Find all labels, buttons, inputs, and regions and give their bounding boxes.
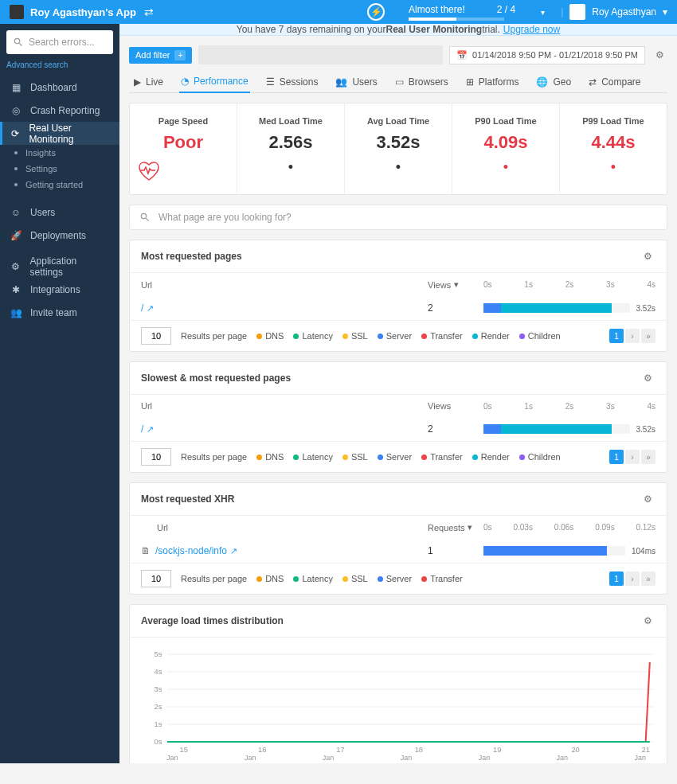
nav-integrations[interactable]: ✱Integrations <box>0 278 119 301</box>
chevron-down-icon: ▾ <box>663 6 667 18</box>
topbar: Roy Agasthyan's App ⇄ ⚡ Almost there! 2 … <box>0 0 677 24</box>
nav-invite-team[interactable]: 👥Invite team <box>0 301 119 324</box>
panel-gear-button[interactable]: ⚙ <box>640 248 655 264</box>
upgrade-link[interactable]: Upgrade now <box>503 24 560 35</box>
results-per-page-input[interactable] <box>141 448 171 466</box>
last-page-button[interactable]: » <box>641 329 655 343</box>
settings-gear-button[interactable]: ⚙ <box>652 47 667 63</box>
add-filter-button[interactable]: Add filter + <box>129 47 192 64</box>
results-per-page-input[interactable] <box>141 570 171 587</box>
tabs: ▶Live ◔Performance ☰Sessions 👥Users ▭Bro… <box>129 71 667 93</box>
search-icon <box>139 212 151 223</box>
shuffle-icon[interactable]: ⇄ <box>144 6 154 18</box>
time-axis: 0s1s2s3s4s <box>483 280 655 289</box>
user-icon: ☺ <box>10 206 22 219</box>
panel-most-requested: Most requested pages⚙ Url Views▾ 0s1s2s3… <box>129 240 667 352</box>
time-axis: 0s1s2s3s4s <box>483 402 655 411</box>
last-page-button[interactable]: » <box>641 450 655 464</box>
compare-icon: ⇄ <box>589 76 597 88</box>
next-page-button[interactable]: › <box>625 571 640 586</box>
nav-getting-started[interactable]: Getting started <box>0 177 119 193</box>
svg-text:5s: 5s <box>154 650 162 658</box>
results-per-page-input[interactable] <box>141 327 171 345</box>
time-axis: 0s0.03s0.06s0.09s0.12s <box>483 523 655 532</box>
app-name[interactable]: Roy Agasthyan's App <box>30 6 136 18</box>
people-icon: 👥 <box>10 306 22 319</box>
svg-text:19: 19 <box>493 746 501 754</box>
svg-text:21: 21 <box>641 746 649 754</box>
nav-insights[interactable]: Insights <box>0 145 119 161</box>
filter-track[interactable] <box>198 45 443 64</box>
page-1-button[interactable]: 1 <box>609 329 624 343</box>
filter-row: Add filter + 📅 01/14/2018 9:50 PM - 01/2… <box>129 45 667 64</box>
tab-browsers[interactable]: ▭Browsers <box>393 71 450 92</box>
external-link-icon[interactable]: ↗ <box>147 424 154 434</box>
tab-geo[interactable]: 🌐Geo <box>534 71 573 92</box>
timing-bar <box>483 424 630 434</box>
page-search-input[interactable]: What page are you looking for? <box>129 205 667 230</box>
svg-text:18: 18 <box>415 746 423 754</box>
pagination: 1 › » <box>609 450 655 464</box>
progress-label: Almost there! <box>409 4 465 15</box>
tab-live[interactable]: ▶Live <box>132 71 165 92</box>
calendar-icon: 📅 <box>456 50 468 60</box>
tab-sessions[interactable]: ☰Sessions <box>264 71 320 92</box>
page-1-button[interactable]: 1 <box>609 571 624 586</box>
tab-performance[interactable]: ◔Performance <box>179 71 250 93</box>
tab-platforms[interactable]: ⊞Platforms <box>464 71 521 92</box>
svg-text:17: 17 <box>336 746 344 754</box>
nav-crash-reporting[interactable]: ◎Crash Reporting <box>0 99 119 122</box>
svg-text:20: 20 <box>571 746 579 754</box>
panel-gear-button[interactable]: ⚙ <box>640 370 655 386</box>
table-row[interactable]: /↗ 2 3.52s <box>130 296 667 320</box>
external-link-icon[interactable]: ↗ <box>230 546 237 556</box>
last-page-button[interactable]: » <box>641 571 655 586</box>
metric-p99: P99 Load Time 4.44s • <box>560 103 667 194</box>
panel-gear-button[interactable]: ⚙ <box>640 491 655 507</box>
nav-real-user-monitoring[interactable]: ⟳Real User Monitoring <box>0 122 119 145</box>
metric-med-load: Med Load Time 2.56s • <box>237 103 345 194</box>
gauge-icon: ◔ <box>181 76 189 87</box>
play-icon: ▶ <box>134 76 141 88</box>
user-menu[interactable]: Roy Agasthyan ▾ <box>569 4 667 20</box>
advanced-search-link[interactable]: Advanced search <box>6 60 113 69</box>
svg-text:15: 15 <box>180 746 188 754</box>
external-link-icon[interactable]: ↗ <box>147 303 154 313</box>
gear-icon: ⚙ <box>10 260 22 273</box>
dashboard-icon: ▦ <box>10 81 22 94</box>
onboarding-progress[interactable]: Almost there! 2 / 4 <box>409 4 515 21</box>
list-icon: ☰ <box>266 76 275 88</box>
panel-gear-button[interactable]: ⚙ <box>640 613 655 629</box>
tab-users[interactable]: 👥Users <box>334 71 378 92</box>
metric-p90: P90 Load Time 4.09s • <box>452 103 560 194</box>
chevron-down-icon[interactable]: ▾ <box>541 8 545 17</box>
metric-avg-load: Avg Load Time 3.52s • <box>345 103 452 194</box>
trial-banner: You have 7 days remaining on your Real U… <box>119 24 677 36</box>
rocket-icon: 🚀 <box>10 229 22 242</box>
page-1-button[interactable]: 1 <box>609 450 624 464</box>
svg-text:4s: 4s <box>154 668 162 676</box>
next-page-button[interactable]: › <box>625 329 640 343</box>
table-row[interactable]: 🗎/sockjs-node/info↗ 1 104ms <box>130 539 667 563</box>
progress-count: 2 / 4 <box>497 4 515 15</box>
nav-settings[interactable]: Settings <box>0 161 119 177</box>
date-range-picker[interactable]: 📅 01/14/2018 9:50 PM - 01/21/2018 9:50 P… <box>449 46 645 64</box>
legend: DNSLatencySSLServerTransferRenderChildre… <box>256 331 561 341</box>
pagination: 1 › » <box>609 329 655 343</box>
panel-xhr: Most requested XHR⚙ Url Requests▾ 0s0.03… <box>129 482 667 595</box>
timing-bar <box>483 303 630 313</box>
tab-compare[interactable]: ⇄Compare <box>587 71 642 92</box>
chevron-down-icon: ▾ <box>468 522 472 532</box>
legend: DNSLatencySSLServerTransferRenderChildre… <box>256 452 561 462</box>
nav-application-settings[interactable]: ⚙Application settings <box>0 255 119 278</box>
bolt-icon[interactable]: ⚡ <box>367 3 385 21</box>
nav-deployments[interactable]: 🚀Deployments <box>0 224 119 247</box>
globe-icon: 🌐 <box>536 76 548 88</box>
table-row[interactable]: /↗ 2 3.52s <box>130 417 667 441</box>
sidebar: Search errors... Advanced search ▦Dashbo… <box>0 24 119 763</box>
nav-users[interactable]: ☺Users <box>0 201 119 224</box>
svg-text:0s: 0s <box>154 738 162 746</box>
nav-dashboard[interactable]: ▦Dashboard <box>0 76 119 99</box>
next-page-button[interactable]: › <box>625 450 640 464</box>
search-input[interactable]: Search errors... <box>6 30 113 54</box>
